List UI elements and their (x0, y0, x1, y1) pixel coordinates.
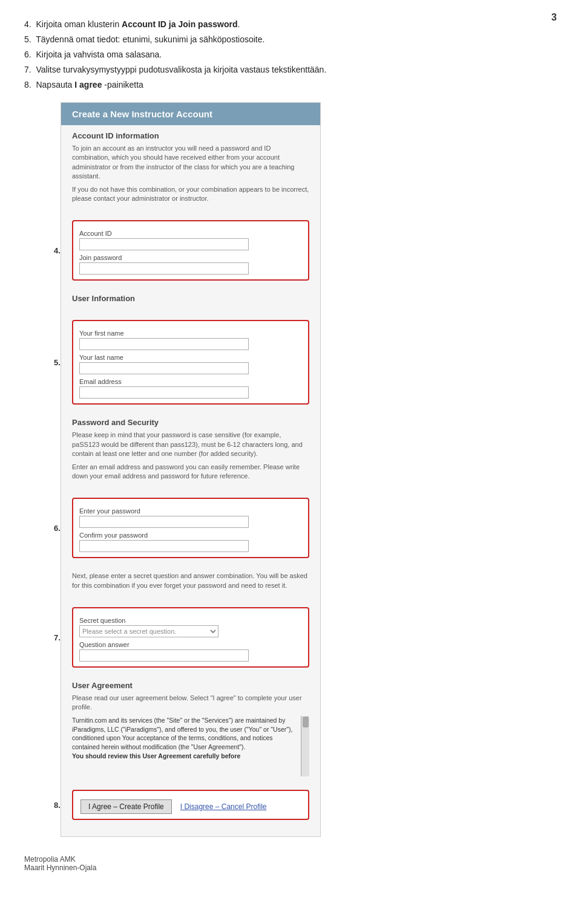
ua-scrollbar (301, 716, 309, 776)
account-id-input[interactable] (79, 238, 249, 250)
user-agreement-text: Turnitin.com and its services (the "Site… (72, 716, 301, 776)
ua-scrollbar-thumb (303, 717, 309, 727)
password-desc1: Please keep in mind that your password i… (72, 431, 309, 458)
join-password-label: Join password (79, 254, 302, 261)
email-label: Email address (79, 378, 302, 385)
user-info-title: User Information (72, 294, 309, 303)
user-agreement-box: Turnitin.com and its services (the "Site… (72, 716, 309, 776)
instruction-1: 4. Kirjoita oman klusterin Account ID ja… (24, 18, 557, 31)
secret-question-desc-wrapper: Next, please enter a secret question and… (61, 565, 320, 597)
page-number: 3 (551, 12, 557, 23)
form-title: Create a New Instructor Account (61, 103, 320, 125)
agree-button[interactable]: I Agree – Create Profile (80, 799, 172, 814)
footer-line1: Metropolia AMK (24, 855, 557, 864)
password-highlighted-box: 6. Enter your password Confirm your pass… (72, 498, 309, 558)
first-name-input[interactable] (79, 338, 249, 350)
account-id-label: Account ID (79, 230, 302, 237)
user-info-fields-wrapper: 5. Your first name Your last name Email … (61, 310, 320, 412)
join-password-input[interactable] (79, 262, 249, 275)
instruction-4: 7. Valitse turvakysymystyyppi pudotusval… (24, 63, 557, 76)
button-row: I Agree – Create Profile I Disagree – Ca… (79, 799, 302, 814)
first-name-label: Your first name (79, 330, 302, 337)
last-name-input[interactable] (79, 362, 249, 374)
account-id-section-title: Account ID information (72, 131, 309, 140)
instruction-2: 5. Täydennä omat tiedot: etunimi, sukuni… (24, 33, 557, 46)
confirm-password-input[interactable] (79, 540, 249, 552)
secret-question-highlighted-box: 7. Secret question Please select a secre… (72, 607, 309, 668)
account-id-fields-wrapper: 4. Account ID Join password (61, 210, 320, 288)
ua-para-2: You should review this User Agreement ca… (72, 752, 301, 761)
password-section: Password and Security Please keep in min… (61, 412, 320, 488)
secret-question-desc: Next, please enter a secret question and… (72, 571, 309, 590)
secret-question-select[interactable]: Please select a secret question. (79, 625, 218, 637)
password-desc2: Enter an email address and password you … (72, 463, 309, 481)
ua-para-1: Turnitin.com and its services (the "Site… (72, 716, 301, 752)
instruction-3: 6. Kirjoita ja vahvista oma salasana. (24, 48, 557, 61)
step-8-label: 8. (54, 800, 61, 809)
user-info-section: User Information (61, 288, 320, 310)
step-6-label: 6. (54, 524, 61, 533)
user-agreement-section: User Agreement Please read our user agre… (61, 675, 320, 780)
account-id-highlighted-box: 4. Account ID Join password (72, 220, 309, 281)
instruction-5: 8. Napsauta I agree -painiketta (24, 79, 557, 91)
enter-password-input[interactable] (79, 516, 249, 528)
step-5-label: 5. (54, 358, 61, 367)
account-id-section: Account ID information To join an accoun… (61, 125, 320, 210)
instructions-block: 4. Kirjoita oman klusterin Account ID ja… (24, 18, 557, 91)
account-id-desc1: To join an account as an instructor you … (72, 144, 309, 181)
disagree-button[interactable]: I Disagree – Cancel Profile (180, 802, 267, 811)
agree-highlighted-box: 8. I Agree – Create Profile I Disagree –… (72, 790, 309, 820)
question-answer-input[interactable] (79, 649, 249, 662)
user-agreement-title: User Agreement (72, 681, 309, 690)
step-7-label: 7. (54, 633, 61, 642)
password-fields-wrapper: 6. Enter your password Confirm your pass… (61, 488, 320, 565)
footer: Metropolia AMK Maarit Hynninen-Ojala (24, 855, 557, 872)
email-input[interactable] (79, 386, 249, 399)
account-id-desc2: If you do not have this combination, or … (72, 185, 309, 204)
last-name-label: Your last name (79, 354, 302, 361)
question-answer-label: Question answer (79, 641, 302, 648)
confirm-password-label: Confirm your password (79, 532, 302, 539)
agree-button-wrapper: 8. I Agree – Create Profile I Disagree –… (61, 780, 320, 827)
enter-password-label: Enter your password (79, 507, 302, 515)
user-info-highlighted-box: 5. Your first name Your last name Email … (72, 320, 309, 405)
user-agreement-desc: Please read our user agreement below. Se… (72, 694, 309, 712)
step-4-label: 4. (54, 246, 61, 255)
secret-question-fields-wrapper: 7. Secret question Please select a secre… (61, 597, 320, 675)
secret-question-label: Secret question (79, 617, 302, 624)
password-section-title: Password and Security (72, 418, 309, 427)
footer-line2: Maarit Hynninen-Ojala (24, 864, 557, 872)
form-container: Create a New Instructor Account Account … (61, 102, 321, 837)
